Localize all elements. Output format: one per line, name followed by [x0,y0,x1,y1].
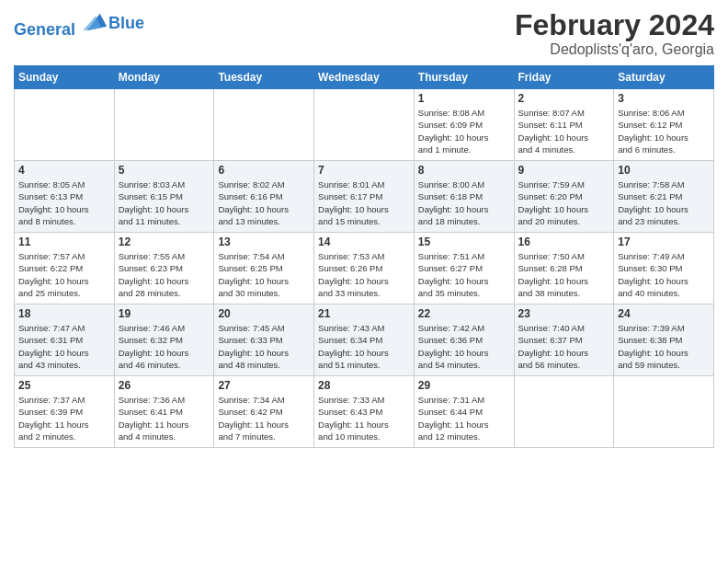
header-sunday: Sunday [15,66,115,89]
day-info: Sunrise: 7:46 AM Sunset: 6:32 PM Dayligh… [119,322,210,371]
logo-blue: Blue [108,15,144,33]
table-row: 27Sunrise: 7:34 AM Sunset: 6:42 PM Dayli… [214,376,314,448]
day-info: Sunrise: 7:49 AM Sunset: 6:30 PM Dayligh… [618,250,710,299]
header-thursday: Thursday [414,66,514,89]
calendar-container: General Blue February 2024 Dedoplists'q'… [0,0,728,453]
day-number: 22 [418,307,510,320]
table-row [114,89,214,161]
day-number: 6 [218,164,310,177]
table-row [214,89,314,161]
calendar-header: Sunday Monday Tuesday Wednesday Thursday… [15,66,714,89]
table-row: 18Sunrise: 7:47 AM Sunset: 6:31 PM Dayli… [15,304,115,376]
table-row: 25Sunrise: 7:37 AM Sunset: 6:39 PM Dayli… [15,376,115,448]
header-tuesday: Tuesday [214,66,314,89]
day-number: 20 [218,307,310,320]
table-row: 22Sunrise: 7:42 AM Sunset: 6:36 PM Dayli… [414,304,514,376]
day-info: Sunrise: 7:37 AM Sunset: 6:39 PM Dayligh… [18,394,110,442]
table-row: 29Sunrise: 7:31 AM Sunset: 6:44 PM Dayli… [414,376,514,448]
table-row [15,89,115,161]
table-row: 11Sunrise: 7:57 AM Sunset: 6:22 PM Dayli… [15,233,115,304]
calendar-title: February 2024 [515,9,714,41]
day-info: Sunrise: 7:51 AM Sunset: 6:27 PM Dayligh… [418,250,510,299]
day-info: Sunrise: 7:53 AM Sunset: 6:26 PM Dayligh… [318,250,410,299]
header-monday: Monday [114,66,214,89]
table-row [514,376,614,448]
table-row: 14Sunrise: 7:53 AM Sunset: 6:26 PM Dayli… [314,233,415,304]
title-block: February 2024 Dedoplists'q'aro, Georgia [515,9,714,58]
day-number: 17 [618,236,710,248]
day-info: Sunrise: 7:43 AM Sunset: 6:34 PM Dayligh… [318,322,410,371]
table-row: 6Sunrise: 8:02 AM Sunset: 6:16 PM Daylig… [214,161,314,233]
table-row: 21Sunrise: 7:43 AM Sunset: 6:34 PM Dayli… [314,304,415,376]
table-row: 19Sunrise: 7:46 AM Sunset: 6:32 PM Dayli… [114,304,214,376]
table-row: 2Sunrise: 8:07 AM Sunset: 6:11 PM Daylig… [514,89,614,161]
day-info: Sunrise: 8:07 AM Sunset: 6:11 PM Dayligh… [518,107,610,155]
day-info: Sunrise: 8:02 AM Sunset: 6:16 PM Dayligh… [218,178,310,227]
day-number: 2 [518,92,610,105]
day-number: 10 [618,164,710,177]
table-row: 3Sunrise: 8:06 AM Sunset: 6:12 PM Daylig… [614,89,714,161]
header: General Blue February 2024 Dedoplists'q'… [14,9,714,58]
day-info: Sunrise: 7:36 AM Sunset: 6:41 PM Dayligh… [119,394,210,442]
table-row: 8Sunrise: 8:00 AM Sunset: 6:18 PM Daylig… [414,161,514,233]
day-number: 14 [318,236,410,248]
table-row: 17Sunrise: 7:49 AM Sunset: 6:30 PM Dayli… [614,233,714,304]
day-number: 24 [618,307,710,320]
table-row: 7Sunrise: 8:01 AM Sunset: 6:17 PM Daylig… [314,161,415,233]
day-info: Sunrise: 7:39 AM Sunset: 6:38 PM Dayligh… [618,322,710,371]
day-info: Sunrise: 7:57 AM Sunset: 6:22 PM Dayligh… [18,250,110,299]
table-row: 26Sunrise: 7:36 AM Sunset: 6:41 PM Dayli… [114,376,214,448]
table-row: 20Sunrise: 7:45 AM Sunset: 6:33 PM Dayli… [214,304,314,376]
day-number: 18 [18,307,110,320]
day-info: Sunrise: 7:40 AM Sunset: 6:37 PM Dayligh… [518,322,610,371]
header-wednesday: Wednesday [314,66,415,89]
logo: General Blue [14,9,144,40]
table-row: 16Sunrise: 7:50 AM Sunset: 6:28 PM Dayli… [514,233,614,304]
day-number: 4 [18,164,110,177]
day-info: Sunrise: 7:59 AM Sunset: 6:20 PM Dayligh… [518,178,610,227]
table-row [614,376,714,448]
day-info: Sunrise: 7:54 AM Sunset: 6:25 PM Dayligh… [218,250,310,299]
day-info: Sunrise: 7:33 AM Sunset: 6:43 PM Dayligh… [318,394,410,442]
day-info: Sunrise: 7:42 AM Sunset: 6:36 PM Dayligh… [418,322,510,371]
day-info: Sunrise: 7:34 AM Sunset: 6:42 PM Dayligh… [218,394,310,442]
table-row: 13Sunrise: 7:54 AM Sunset: 6:25 PM Dayli… [214,233,314,304]
table-row: 10Sunrise: 7:58 AM Sunset: 6:21 PM Dayli… [614,161,714,233]
logo-icon [83,9,108,35]
day-number: 27 [218,379,310,392]
day-number: 23 [518,307,610,320]
day-info: Sunrise: 8:01 AM Sunset: 6:17 PM Dayligh… [318,178,410,227]
day-number: 1 [418,92,510,105]
table-row: 15Sunrise: 7:51 AM Sunset: 6:27 PM Dayli… [414,233,514,304]
table-row: 9Sunrise: 7:59 AM Sunset: 6:20 PM Daylig… [514,161,614,233]
table-row: 5Sunrise: 8:03 AM Sunset: 6:15 PM Daylig… [114,161,214,233]
table-row: 24Sunrise: 7:39 AM Sunset: 6:38 PM Dayli… [614,304,714,376]
day-info: Sunrise: 7:55 AM Sunset: 6:23 PM Dayligh… [119,250,210,299]
day-number: 8 [418,164,510,177]
logo-general: General [14,20,75,39]
day-info: Sunrise: 8:03 AM Sunset: 6:15 PM Dayligh… [119,178,210,227]
calendar-table: Sunday Monday Tuesday Wednesday Thursday… [14,65,714,448]
day-number: 12 [119,236,210,248]
day-info: Sunrise: 7:45 AM Sunset: 6:33 PM Dayligh… [218,322,310,371]
day-number: 3 [618,92,710,105]
calendar-body: 1Sunrise: 8:08 AM Sunset: 6:09 PM Daylig… [15,89,714,448]
day-number: 9 [518,164,610,177]
day-info: Sunrise: 7:31 AM Sunset: 6:44 PM Dayligh… [418,394,510,442]
day-info: Sunrise: 7:47 AM Sunset: 6:31 PM Dayligh… [18,322,110,371]
day-number: 13 [218,236,310,248]
day-info: Sunrise: 7:58 AM Sunset: 6:21 PM Dayligh… [618,178,710,227]
day-number: 19 [119,307,210,320]
day-number: 15 [418,236,510,248]
table-row: 23Sunrise: 7:40 AM Sunset: 6:37 PM Dayli… [514,304,614,376]
day-number: 28 [318,379,410,392]
day-number: 5 [119,164,210,177]
day-number: 26 [119,379,210,392]
table-row: 1Sunrise: 8:08 AM Sunset: 6:09 PM Daylig… [414,89,514,161]
day-number: 29 [418,379,510,392]
table-row: 28Sunrise: 7:33 AM Sunset: 6:43 PM Dayli… [314,376,415,448]
day-number: 11 [18,236,110,248]
day-number: 21 [318,307,410,320]
table-row: 4Sunrise: 8:05 AM Sunset: 6:13 PM Daylig… [15,161,115,233]
day-info: Sunrise: 8:08 AM Sunset: 6:09 PM Dayligh… [418,107,510,155]
